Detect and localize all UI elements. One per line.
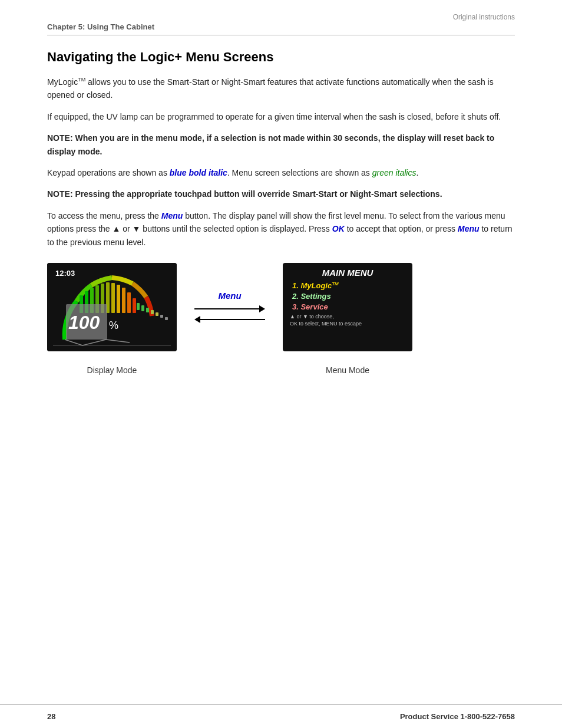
svg-text:%: % xyxy=(109,319,118,331)
svg-rect-7 xyxy=(111,283,115,313)
arrow-menu-label: Menu xyxy=(218,291,241,301)
display-mode-screen: 100 % 12:03 xyxy=(47,263,177,351)
page-footer: 28 Product Service 1-800-522-7658 xyxy=(0,704,562,728)
para4-part3: to accept that option, or press xyxy=(345,224,458,233)
para4-menu2-label: Menu xyxy=(458,224,480,233)
arrow-right-head xyxy=(259,305,265,312)
svg-rect-16 xyxy=(141,305,144,311)
svg-text:100: 100 xyxy=(68,312,100,333)
para4-part1: To access the menu, press the xyxy=(47,211,161,220)
arrow-left-line xyxy=(200,319,265,320)
paragraph-2: If equipped, the UV lamp can be programm… xyxy=(47,110,515,123)
page-number: 28 xyxy=(47,712,55,721)
note-1: NOTE: When you are in the menu mode, if … xyxy=(47,131,515,158)
arrow-left xyxy=(194,316,265,323)
arrow-right-line xyxy=(194,308,259,309)
arrow-label-spacer xyxy=(177,365,283,375)
menu-mode-label: Menu Mode xyxy=(283,365,412,375)
menu-screen-title: MAIN MENU xyxy=(289,268,406,278)
page: Original instructions Chapter 5: Using T… xyxy=(0,0,562,728)
svg-rect-10 xyxy=(127,292,131,313)
para4-ok-label: OK xyxy=(332,224,345,233)
original-instructions-label: Original instructions xyxy=(453,13,515,21)
arrow-section: Menu xyxy=(177,291,283,323)
menu-mode-screen: MAIN MENU 1. MyLogicTM 2. Settings 3. Se… xyxy=(283,263,412,351)
para1-text-before: MyLogic xyxy=(47,77,78,87)
menu-item-1: 1. MyLogicTM xyxy=(289,281,406,290)
menu-item-2: 2. Settings xyxy=(289,292,406,301)
para3-green-text: green italics xyxy=(372,168,416,177)
svg-rect-19 xyxy=(156,312,158,316)
paragraph-1: MyLogicTM allows you to use the Smart-St… xyxy=(47,75,515,102)
section-title: Navigating the Logic+ Menu Screens xyxy=(47,50,515,65)
display-mode-label: Display Mode xyxy=(47,365,177,375)
svg-rect-8 xyxy=(117,285,120,313)
para3-part1: Keypad operations are shown as xyxy=(47,168,170,177)
menu-item-3: 3. Service xyxy=(289,302,406,311)
para3-part2: . Menu screen selections are shown as xyxy=(227,168,372,177)
gauge-svg: 100 % 12:03 xyxy=(47,263,177,351)
arrow-right xyxy=(194,305,265,312)
footer-service-text: Product Service 1-800-522-7658 xyxy=(400,712,515,721)
para1-text-after: allows you to use the Smart-Start or Nig… xyxy=(47,77,494,100)
svg-rect-18 xyxy=(151,310,154,314)
svg-rect-20 xyxy=(160,315,163,318)
arrow-left-head xyxy=(194,316,200,323)
svg-rect-17 xyxy=(146,308,149,312)
main-content: Navigating the Logic+ Menu Screens MyLog… xyxy=(47,35,515,375)
svg-text:12:03: 12:03 xyxy=(55,269,75,278)
chapter-title: Chapter 5: Using The Cabinet xyxy=(47,0,515,35)
note-2: NOTE: Pressing the appropriate touchpad … xyxy=(47,187,515,200)
svg-rect-11 xyxy=(133,298,136,313)
paragraph-4: To access the menu, press the Menu butto… xyxy=(47,209,515,249)
menu-hint: ▲ or ▼ to choose,OK to select, MENU to e… xyxy=(289,314,406,327)
svg-rect-9 xyxy=(122,288,125,313)
trademark-sup: TM xyxy=(78,77,85,83)
svg-rect-15 xyxy=(137,303,140,310)
paragraph-3: Keypad operations are shown as blue bold… xyxy=(47,166,515,179)
svg-rect-21 xyxy=(165,317,168,320)
para3-blue-text: blue bold italic xyxy=(170,168,227,177)
diagram-area: 100 % 12:03 xyxy=(47,263,515,351)
para4-menu-label: Menu xyxy=(161,211,183,220)
diagram-labels: Display Mode Menu Mode xyxy=(47,365,515,375)
para3-end: . xyxy=(416,168,418,177)
